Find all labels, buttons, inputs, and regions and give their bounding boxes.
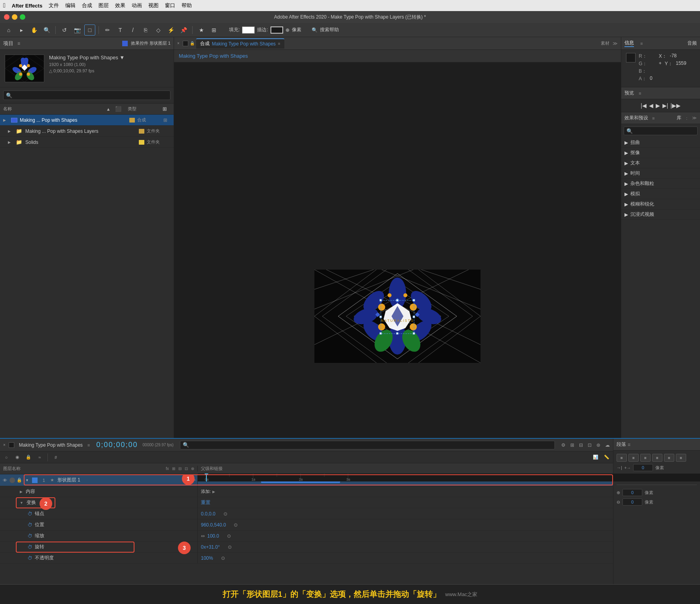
tab-menu-icon[interactable]: ≡ <box>278 42 280 46</box>
align-right-btn[interactable]: ≡ <box>640 454 651 462</box>
maximize-button[interactable] <box>20 14 25 20</box>
pen-tool[interactable]: ✏ <box>102 25 113 36</box>
effect-category-distort[interactable]: ▶ 扭曲 <box>621 138 700 148</box>
timeline-tool-2[interactable]: ⊞ <box>570 442 574 448</box>
tl-label-btn[interactable]: # <box>51 453 61 462</box>
timeline-menu-icon[interactable]: ≡ <box>87 443 90 447</box>
tab-audio[interactable]: 音频 <box>687 40 697 47</box>
align-left-btn[interactable]: ≡ <box>617 454 627 462</box>
info-panel-menu[interactable]: ≡ <box>640 41 643 46</box>
link-scale-icon[interactable]: ⇔ <box>201 533 205 539</box>
add-dropdown-icon[interactable]: ▶ <box>212 490 215 494</box>
menu-window[interactable]: 窗口 <box>165 2 175 9</box>
lock-icon[interactable]: 🔒 <box>190 41 195 45</box>
content-expand-icon[interactable]: ▶ <box>20 490 23 494</box>
list-item[interactable]: ▶ 📁 Making ... Pop with Shapes Layers 文件… <box>0 126 174 137</box>
home-tool[interactable]: ⌂ <box>3 25 14 36</box>
align-last-center-btn[interactable]: ≡ <box>664 454 674 462</box>
select-tool[interactable]: ▸ <box>16 25 27 36</box>
layer-1-fx-icon[interactable]: fx <box>187 478 190 482</box>
preview-menu-icon[interactable]: ≡ <box>639 91 641 96</box>
transform-expand-icon[interactable]: ▼ <box>20 501 23 505</box>
effect-category-simulate[interactable]: ▶ 模拟 <box>621 189 700 199</box>
puppet-tool[interactable]: ⚡ <box>165 25 176 36</box>
list-item[interactable]: ▶ Making ... Pop with Shapes 合成 ⊞ <box>0 115 174 126</box>
tab-info[interactable]: 信息 <box>624 40 634 47</box>
effect-category-blur[interactable]: ▶ 模糊和锐化 <box>621 199 700 210</box>
play-icon[interactable]: ▶ <box>656 102 660 109</box>
space-before-input[interactable] <box>622 489 642 496</box>
layer-1-switch-icon[interactable]: ✏ <box>193 478 196 482</box>
search-wrapper[interactable]: 🔍 <box>3 91 170 100</box>
anchor-stopwatch-icon[interactable]: ⏱ <box>28 511 32 517</box>
rotation-stopwatch-icon[interactable]: ⏱ <box>28 544 32 550</box>
menu-effect[interactable]: 效果 <box>115 2 125 9</box>
align-justify-btn[interactable]: ≡ <box>676 454 686 462</box>
menu-view[interactable]: 视图 <box>148 2 159 9</box>
star-icon[interactable]: ★ <box>196 25 207 36</box>
align-last-left-btn[interactable]: ≡ <box>652 454 662 462</box>
camera-tool[interactable]: 📷 <box>72 25 83 36</box>
thumbnail-preview[interactable]: NATURALISTS <box>5 55 44 82</box>
step-back-icon[interactable]: ◀ <box>649 102 653 109</box>
tl-graph-btn[interactable]: 📊 <box>591 453 600 462</box>
effect-category-noise[interactable]: ▶ 杂色和颗粒 <box>621 179 700 189</box>
menu-file[interactable]: 文件 <box>49 2 59 9</box>
minimize-button[interactable] <box>12 14 17 20</box>
indent-left-input[interactable] <box>633 464 653 471</box>
scale-value[interactable]: 100.0 <box>207 533 219 539</box>
timeline-tool-1[interactable]: ⚙ <box>561 442 566 448</box>
anchor-value[interactable]: 0.0,0.0 <box>201 511 216 517</box>
expand-icon[interactable]: ▶ <box>3 118 9 122</box>
rotation-value[interactable]: 0x+31.0° <box>201 544 220 550</box>
magnify-tool[interactable]: 🔍 <box>41 25 52 36</box>
position-stopwatch-icon[interactable]: ⏱ <box>28 522 32 528</box>
pin-tool[interactable]: 📌 <box>178 25 189 36</box>
timeline-tool-3[interactable]: ⊟ <box>579 442 583 448</box>
skip-to-start-icon[interactable]: |◀ <box>641 102 647 109</box>
tl-solo-btn[interactable]: ◉ <box>13 453 22 462</box>
menu-edit[interactable]: 编辑 <box>65 2 76 9</box>
timeline-close-icon[interactable]: × <box>3 443 6 447</box>
layer-expand-icon[interactable]: ▼ <box>25 478 29 482</box>
opacity-value[interactable]: 100% <box>201 555 213 561</box>
layer-1-lock-icon[interactable]: 🔒 <box>17 478 22 483</box>
eraser-tool[interactable]: ◇ <box>153 25 164 36</box>
position-value[interactable]: 960.0,540.0 <box>201 522 226 528</box>
skip-to-end-icon[interactable]: |▶▶ <box>670 102 681 109</box>
timeline-search-input[interactable] <box>189 443 552 447</box>
brush-tool[interactable]: / <box>127 25 138 36</box>
apple-menu[interactable]:  <box>3 2 6 9</box>
effects-menu-icon[interactable]: ≡ <box>652 116 655 121</box>
effect-category-keying[interactable]: ▶ 抠像 <box>621 148 700 158</box>
app-name[interactable]: After Effects <box>12 3 42 9</box>
sort-arrow-icon[interactable]: ▲ <box>105 107 112 111</box>
project-menu-icon[interactable]: ≡ <box>17 41 20 46</box>
effect-category-immersive[interactable]: ▶ 沉浸式视频 <box>621 210 700 220</box>
menu-composition[interactable]: 合成 <box>82 2 92 9</box>
tl-shy-btn[interactable]: ≈ <box>35 453 44 462</box>
stroke-swatch[interactable] <box>271 26 283 34</box>
tab-close-icon[interactable]: × <box>177 41 180 45</box>
menu-help[interactable]: 帮助 <box>182 2 192 9</box>
effects-search-input[interactable] <box>633 128 695 133</box>
tab-composition[interactable]: 合成 Making Type Pop with Shapes ≡ <box>196 38 284 49</box>
scale-stopwatch-icon[interactable]: ⏱ <box>28 533 32 539</box>
rotation-row[interactable]: ⏱ 旋转 0x+31.0° ⊙ <box>0 542 613 553</box>
project-search-input[interactable] <box>14 92 168 98</box>
list-item[interactable]: ▶ 📁 Solids 文件夹 <box>0 137 174 148</box>
rect-tool[interactable]: □ <box>84 25 95 36</box>
effects-expand-icon[interactable]: ≫ <box>692 115 697 121</box>
step-forward-icon[interactable]: ▶| <box>662 102 668 109</box>
effect-category-time[interactable]: ▶ 时间 <box>621 168 700 179</box>
paragraph-menu-icon[interactable]: ≡ <box>628 442 630 447</box>
align-center-btn[interactable]: ≡ <box>628 454 639 462</box>
tl-ruler-btn[interactable]: 📏 <box>602 453 611 462</box>
text-tool[interactable]: T <box>115 25 126 36</box>
timeline-tool-6[interactable]: ☁ <box>605 442 610 448</box>
layer-1-star-icon[interactable]: ★ <box>50 478 54 483</box>
timeline-search-wrapper[interactable]: 🔍 <box>180 441 555 449</box>
expand-icon[interactable]: ▶ <box>8 129 13 133</box>
menu-layer[interactable]: 图层 <box>98 2 109 9</box>
tl-lock-btn[interactable]: 🔒 <box>24 453 33 462</box>
